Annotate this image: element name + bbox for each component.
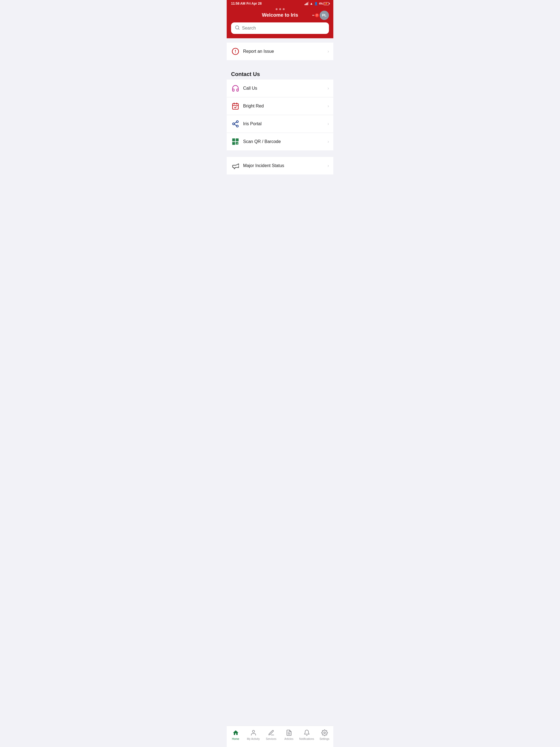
share-icon xyxy=(231,120,240,128)
iris-portal-item[interactable]: Iris Portal › xyxy=(227,115,333,133)
search-icon xyxy=(235,25,240,31)
qr-icon xyxy=(231,137,240,146)
major-incident-item[interactable]: Major Incident Status › xyxy=(227,157,333,175)
svg-rect-17 xyxy=(233,139,234,140)
report-issue-label: Report an Issue xyxy=(243,49,328,54)
separator-2 xyxy=(227,155,333,157)
menu-button[interactable]: 7 xyxy=(312,15,317,16)
date-display: Fri Apr 28 xyxy=(246,2,262,5)
avatar[interactable]: PL xyxy=(320,11,329,20)
chevron-right-icon: › xyxy=(328,139,329,144)
svg-rect-5 xyxy=(233,104,238,109)
alert-circle-icon xyxy=(231,47,240,56)
incident-section: Major Incident Status › xyxy=(227,157,333,175)
battery-percent: 4% xyxy=(319,2,323,5)
chevron-right-icon: › xyxy=(328,163,329,168)
svg-line-13 xyxy=(234,122,236,124)
headset-icon xyxy=(231,84,240,93)
call-us-item[interactable]: Call Us › xyxy=(227,80,333,97)
bright-red-label: Bright Red xyxy=(243,104,328,108)
person-icon: 👤 xyxy=(314,2,318,5)
battery-indicator: 4% ⚡ xyxy=(319,2,329,5)
chevron-right-icon: › xyxy=(328,104,329,108)
notification-badge: 7 xyxy=(315,13,319,18)
signal-icon xyxy=(305,2,309,5)
contact-section: Call Us › Bright Red › xyxy=(227,80,333,150)
chevron-right-icon: › xyxy=(328,86,329,91)
status-indicators: ▲ 👤 4% ⚡ xyxy=(305,2,329,5)
chevron-right-icon: › xyxy=(328,49,329,54)
calendar-check-icon xyxy=(231,102,240,110)
contact-section-header: Contact Us xyxy=(227,67,333,80)
svg-line-12 xyxy=(234,124,236,126)
separator-1 xyxy=(227,65,333,67)
bright-red-item[interactable]: Bright Red › xyxy=(227,97,333,115)
contact-section-title: Contact Us xyxy=(231,71,260,77)
battery-icon: ⚡ xyxy=(324,2,329,5)
call-us-label: Call Us xyxy=(243,86,328,91)
scan-qr-item[interactable]: Scan QR / Barcode › xyxy=(227,133,333,150)
iris-portal-label: Iris Portal xyxy=(243,121,328,126)
wifi-icon: ▲ xyxy=(310,2,313,5)
main-content: Report an Issue › Contact Us Call Us › xyxy=(227,38,333,183)
major-incident-label: Major Incident Status xyxy=(243,163,328,168)
page-dots-indicator xyxy=(227,6,333,10)
search-container xyxy=(227,22,333,38)
header-actions: 7 PL xyxy=(312,11,329,20)
header-title: Welcome to Iris xyxy=(262,12,298,18)
svg-rect-19 xyxy=(233,143,234,144)
megaphone-icon xyxy=(231,161,240,170)
svg-line-1 xyxy=(238,28,239,29)
report-issue-item[interactable]: Report an Issue › xyxy=(227,43,333,60)
scan-qr-label: Scan QR / Barcode xyxy=(243,139,328,144)
time-display: 11:58 AM xyxy=(231,2,245,5)
search-input[interactable] xyxy=(242,26,325,31)
chevron-right-icon: › xyxy=(328,121,329,126)
app-header: Welcome to Iris 7 PL xyxy=(227,10,333,22)
svg-rect-18 xyxy=(237,139,238,140)
status-bar: 11:58 AM Fri Apr 28 ▲ 👤 4% ⚡ xyxy=(227,0,333,6)
report-section: Report an Issue › xyxy=(227,43,333,60)
status-time-date: 11:58 AM Fri Apr 28 xyxy=(231,2,262,5)
search-bar[interactable] xyxy=(231,22,329,34)
bottom-padding xyxy=(227,183,333,208)
